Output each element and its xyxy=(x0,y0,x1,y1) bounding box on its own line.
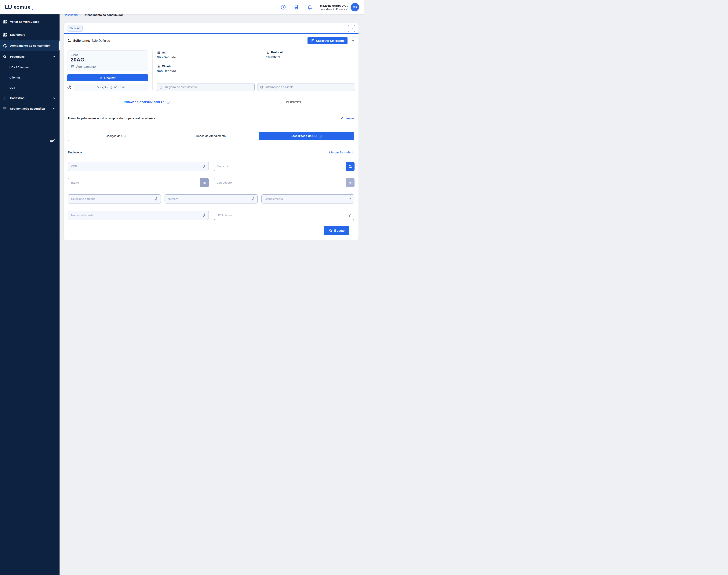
endereco-form: Buscar xyxy=(64,162,358,235)
cep-field-wrap xyxy=(68,162,209,171)
protocol-document-icon xyxy=(266,50,270,54)
registro-atendimento-field[interactable]: Registro de atendimento xyxy=(157,83,254,91)
collapse-sidebar-icon[interactable] xyxy=(50,138,55,143)
sidebar-item-label: Pesquisas xyxy=(10,55,49,59)
search-tabs: UNIDADES CONSUMIDORAS CLIENTES xyxy=(64,97,358,108)
chevron-up-icon[interactable] xyxy=(52,55,57,59)
cliente-label: Cliente xyxy=(162,65,171,68)
sidebar-item-label: UCs xyxy=(9,86,15,89)
segment-codigos-uc[interactable]: Códigos da UC xyxy=(68,131,163,141)
cep-input[interactable] xyxy=(68,162,209,171)
numero-poste-input[interactable] xyxy=(68,211,209,219)
informacao-cliente-field[interactable]: Informação ao cliente xyxy=(257,83,355,91)
info-icon[interactable] xyxy=(67,85,71,90)
timer-value: 00:14:04 xyxy=(70,27,80,30)
protocolo-label: Protocolo xyxy=(271,50,284,54)
somus-logo-icon xyxy=(4,4,12,10)
tab-unidades-consumidoras[interactable]: UNIDADES CONSUMIDORAS xyxy=(64,97,229,108)
logradouro-search-button[interactable] xyxy=(346,178,354,188)
bairro-field-wrap xyxy=(68,178,209,187)
numero-input[interactable] xyxy=(165,195,257,203)
municipio-input[interactable] xyxy=(214,162,354,171)
cliente-info-block: Cliente Não Definido xyxy=(157,64,266,73)
timer-chip: 00:14:04 xyxy=(67,25,83,32)
uc-anterior-input[interactable] xyxy=(214,211,354,219)
sidebar-item-pesquisas[interactable]: Pesquisas xyxy=(0,52,60,62)
sidebar-item-label: Cadastros xyxy=(10,96,49,100)
sidebar-item-label: Dashboard xyxy=(10,33,25,36)
sidebar-item-dashboard[interactable]: Dashboard xyxy=(0,29,60,40)
logo-wordmark: somus xyxy=(13,5,31,10)
senha-card: Senha 20AG Agendamento xyxy=(67,50,148,71)
senha-label: Senha xyxy=(71,54,145,56)
trecho-field-wrap xyxy=(68,194,161,203)
people-icon xyxy=(67,38,71,43)
endereco-title: Endereço xyxy=(68,151,82,154)
sidebar-item-clientes[interactable]: Clientes xyxy=(5,72,60,82)
bairro-input[interactable] xyxy=(68,178,209,187)
timer-bar: 00:14:04 xyxy=(64,23,358,34)
numero-field-wrap xyxy=(165,194,257,203)
buscar-button[interactable]: Buscar xyxy=(324,226,349,235)
sidebar-item-ucs[interactable]: UCs xyxy=(5,82,60,93)
uc-info-block: UC Não Definido xyxy=(157,50,266,59)
play-button[interactable] xyxy=(348,25,355,32)
search-icon xyxy=(2,55,7,59)
protocolo-info-block: Protocolo 10983239 xyxy=(266,50,355,59)
collapse-section-chevron-icon[interactable] xyxy=(351,38,355,43)
sidebar-item-label: Atendimento ao consumidor xyxy=(10,44,50,47)
close-icon: ✕ xyxy=(100,76,102,79)
sidebar-item-label: Segmentação geográfica xyxy=(10,107,49,110)
cliente-value[interactable]: Não Definido xyxy=(157,69,266,73)
logo-dot: . xyxy=(32,6,33,10)
app-header: somus . ? MILENE MARIA DA... Atendimento… xyxy=(0,0,364,14)
complemento-input[interactable] xyxy=(262,195,354,203)
note-add-icon xyxy=(260,85,264,89)
segment-localizacao-uc[interactable]: Localização da UC xyxy=(259,132,354,140)
limpar-label: Limpar xyxy=(344,116,354,120)
limpar-link[interactable]: ✕ Limpar xyxy=(341,116,354,120)
sidebar-item-label: UCs / Clientes xyxy=(9,66,29,69)
sidebar-item-cadastros[interactable]: Cadastros xyxy=(0,93,60,103)
close-icon: ✕ xyxy=(341,116,343,120)
sidebar-item-segmentacao[interactable]: Segmentação geográfica xyxy=(0,103,60,114)
numero-poste-field-wrap xyxy=(68,211,209,220)
buscar-label: Buscar xyxy=(334,229,345,233)
segment-dados-atendimento[interactable]: Dados de Atendimento xyxy=(163,131,258,141)
uc-anterior-field-wrap xyxy=(214,211,354,220)
note-add-icon xyxy=(160,85,163,89)
uc-label: UC xyxy=(162,51,166,54)
solicitante-row: Solicitante: Não Definido Cadastrar Soli… xyxy=(64,34,358,47)
registro-placeholder: Registro de atendimento xyxy=(165,85,197,89)
complemento-field-wrap xyxy=(262,194,354,203)
bairro-search-button[interactable] xyxy=(200,178,209,188)
finalizar-label: Finalizar xyxy=(104,76,115,79)
cadastrar-solicitante-button[interactable]: Cadastrar Solicitante xyxy=(308,37,347,44)
solicitante-value: Não Definido xyxy=(92,39,110,42)
municipio-search-button[interactable] xyxy=(346,162,354,171)
limpar-formulario-link[interactable]: Limpar formulário xyxy=(329,151,354,154)
sidebar-bottom-divider xyxy=(3,135,57,135)
chevron-down-icon[interactable] xyxy=(52,106,57,111)
logradouro-field-wrap xyxy=(214,178,354,187)
user-name: MILENE MARIA DA... xyxy=(320,4,348,7)
check-circle-icon xyxy=(318,134,322,138)
uc-value[interactable]: Não Definido xyxy=(157,56,266,59)
sidebar-item-ucs-clientes[interactable]: UCs / Clientes xyxy=(5,62,60,72)
somus-logo: somus . xyxy=(4,4,33,10)
logradouro-input[interactable] xyxy=(214,178,354,187)
search-icon xyxy=(329,229,333,233)
chevron-down-icon[interactable] xyxy=(52,96,57,100)
avatar[interactable]: MS xyxy=(351,3,359,11)
user-info[interactable]: MILENE MARIA DA... Atendimento Presencia… xyxy=(320,4,348,11)
note-add-icon[interactable] xyxy=(294,5,299,10)
protocolo-value[interactable]: 10983239 xyxy=(266,55,355,59)
trecho-input[interactable] xyxy=(68,195,161,203)
sidebar-item-voltar-workspace[interactable]: Voltar ao WorkSpace xyxy=(0,14,60,29)
notifications-bell-icon[interactable] xyxy=(307,5,312,10)
finalizar-button[interactable]: ✕ Finalizar xyxy=(67,74,148,81)
sidebar-item-atendimento[interactable]: Atendimento ao consumidor xyxy=(0,40,60,52)
tab-label: UNIDADES CONSUMIDORAS xyxy=(123,101,165,104)
tab-clientes[interactable]: CLIENTES xyxy=(229,97,358,108)
help-icon[interactable]: ? xyxy=(281,5,285,9)
